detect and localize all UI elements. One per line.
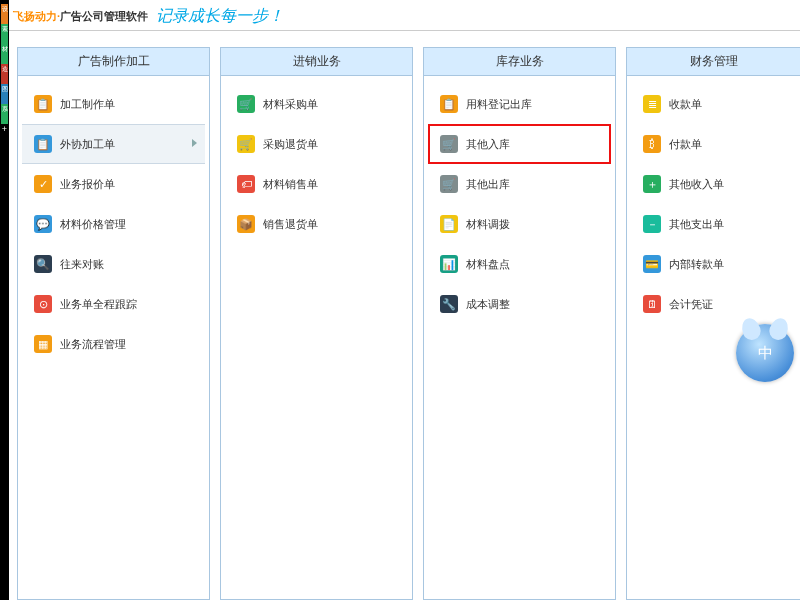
menu-item-label: 销售退货单 <box>263 217 318 232</box>
menu-item[interactable]: 📦销售退货单 <box>225 204 408 244</box>
sidebar-cell[interactable]: + <box>1 124 8 144</box>
menu-item-icon: 🏷 <box>237 175 255 193</box>
brand-slogan: 记录成长每一步！ <box>156 6 284 27</box>
menu-item[interactable]: 💳内部转款单 <box>631 244 796 284</box>
module-column: 进销业务🛒材料采购单🛒采购退货单🏷材料销售单📦销售退货单 <box>220 47 413 600</box>
menu-item[interactable]: 📄材料调拨 <box>428 204 611 244</box>
menu-item[interactable]: ✓业务报价单 <box>22 164 205 204</box>
menu-item[interactable]: ₿付款单 <box>631 124 796 164</box>
menu-item-icon: － <box>643 215 661 233</box>
menu-item[interactable]: 🗓会计凭证 <box>631 284 796 324</box>
menu-item-label: 业务报价单 <box>60 177 115 192</box>
menu-item-icon: 📋 <box>34 95 52 113</box>
sidebar-cell[interactable]: 素 <box>1 24 8 44</box>
menu-item-icon: ⊙ <box>34 295 52 313</box>
column-header: 进销业务 <box>221 48 412 76</box>
top-divider <box>9 30 800 31</box>
menu-item-label: 材料采购单 <box>263 97 318 112</box>
module-columns: 广告制作加工📋加工制作单📋外协加工单✓业务报价单💬材料价格管理🔍往来对账⊙业务单… <box>17 47 800 600</box>
menu-item[interactable]: ⊙业务单全程跟踪 <box>22 284 205 324</box>
menu-item-label: 内部转款单 <box>669 257 724 272</box>
menu-item-icon: 📄 <box>440 215 458 233</box>
menu-item-icon: 🛒 <box>440 135 458 153</box>
menu-item[interactable]: －其他支出单 <box>631 204 796 244</box>
menu-item-label: 材料调拨 <box>466 217 510 232</box>
menu-item-label: 其他出库 <box>466 177 510 192</box>
sidebar-cell[interactable]: 材 <box>1 44 8 64</box>
menu-item[interactable]: 💬材料价格管理 <box>22 204 205 244</box>
menu-item-label: 材料盘点 <box>466 257 510 272</box>
menu-item-icon: ＋ <box>643 175 661 193</box>
sidebar-cell[interactable]: 设 <box>1 4 8 24</box>
menu-item[interactable]: ≣收款单 <box>631 84 796 124</box>
menu-item-icon: 🛒 <box>440 175 458 193</box>
menu-item-label: 收款单 <box>669 97 702 112</box>
menu-item-icon: 🗓 <box>643 295 661 313</box>
menu-item[interactable]: 🛒其他出库 <box>428 164 611 204</box>
column-header: 财务管理 <box>627 48 800 76</box>
menu-item[interactable]: 📋加工制作单 <box>22 84 205 124</box>
column-body: 📋用料登记出库🛒其他入库🛒其他出库📄材料调拨📊材料盘点🔧成本调整 <box>424 76 615 599</box>
column-header: 库存业务 <box>424 48 615 76</box>
menu-item-label: 其他收入单 <box>669 177 724 192</box>
menu-item[interactable]: ＋其他收入单 <box>631 164 796 204</box>
menu-item-label: 材料价格管理 <box>60 217 126 232</box>
menu-item-label: 采购退货单 <box>263 137 318 152</box>
menu-item[interactable]: 🔍往来对账 <box>22 244 205 284</box>
menu-item-label: 其他支出单 <box>669 217 724 232</box>
sidebar-cell[interactable]: 系 <box>1 104 8 124</box>
menu-item-icon: 💬 <box>34 215 52 233</box>
menu-item[interactable]: 📊材料盘点 <box>428 244 611 284</box>
menu-item[interactable]: 🛒其他入库 <box>428 124 611 164</box>
menu-item[interactable]: 🛒采购退货单 <box>225 124 408 164</box>
left-sidebar: 设素材造图系+ <box>0 0 9 600</box>
top-bar: 飞扬动力· 广告公司管理软件 记录成长每一步！ <box>9 0 284 32</box>
menu-item-label: 加工制作单 <box>60 97 115 112</box>
menu-item-label: 付款单 <box>669 137 702 152</box>
menu-item-icon: 📋 <box>34 135 52 153</box>
menu-item-icon: 🔍 <box>34 255 52 273</box>
menu-item-label: 往来对账 <box>60 257 104 272</box>
brand-prefix: 飞扬动力· <box>13 9 60 24</box>
brand-title: 广告公司管理软件 <box>60 9 148 24</box>
menu-item-icon: 📦 <box>237 215 255 233</box>
menu-item-label: 会计凭证 <box>669 297 713 312</box>
menu-item-label: 业务流程管理 <box>60 337 126 352</box>
menu-item-label: 材料销售单 <box>263 177 318 192</box>
menu-item-label: 其他入库 <box>466 137 510 152</box>
column-body: 🛒材料采购单🛒采购退货单🏷材料销售单📦销售退货单 <box>221 76 412 599</box>
menu-item[interactable]: ▦业务流程管理 <box>22 324 205 364</box>
column-header: 广告制作加工 <box>18 48 209 76</box>
menu-item-label: 外协加工单 <box>60 137 115 152</box>
menu-item[interactable]: 📋用料登记出库 <box>428 84 611 124</box>
menu-item[interactable]: 🛒材料采购单 <box>225 84 408 124</box>
menu-item-label: 成本调整 <box>466 297 510 312</box>
menu-item-label: 业务单全程跟踪 <box>60 297 137 312</box>
menu-item-icon: 🛒 <box>237 135 255 153</box>
menu-item-icon: 💳 <box>643 255 661 273</box>
menu-item-label: 用料登记出库 <box>466 97 532 112</box>
float-badge[interactable]: 中 <box>736 324 794 382</box>
module-column: 库存业务📋用料登记出库🛒其他入库🛒其他出库📄材料调拨📊材料盘点🔧成本调整 <box>423 47 616 600</box>
menu-item-icon: 🔧 <box>440 295 458 313</box>
menu-item[interactable]: 📋外协加工单 <box>22 124 205 164</box>
menu-item-icon: ₿ <box>643 135 661 153</box>
chevron-right-icon <box>192 139 197 147</box>
menu-item[interactable]: 🔧成本调整 <box>428 284 611 324</box>
menu-item[interactable]: 🏷材料销售单 <box>225 164 408 204</box>
sidebar-cell[interactable]: 造 <box>1 64 8 84</box>
sidebar-cell[interactable]: 图 <box>1 84 8 104</box>
menu-item-icon: 📊 <box>440 255 458 273</box>
menu-item-icon: ▦ <box>34 335 52 353</box>
menu-item-icon: 📋 <box>440 95 458 113</box>
menu-item-icon: ≣ <box>643 95 661 113</box>
menu-item-icon: ✓ <box>34 175 52 193</box>
column-body: 📋加工制作单📋外协加工单✓业务报价单💬材料价格管理🔍往来对账⊙业务单全程跟踪▦业… <box>18 76 209 599</box>
module-column: 广告制作加工📋加工制作单📋外协加工单✓业务报价单💬材料价格管理🔍往来对账⊙业务单… <box>17 47 210 600</box>
menu-item-icon: 🛒 <box>237 95 255 113</box>
